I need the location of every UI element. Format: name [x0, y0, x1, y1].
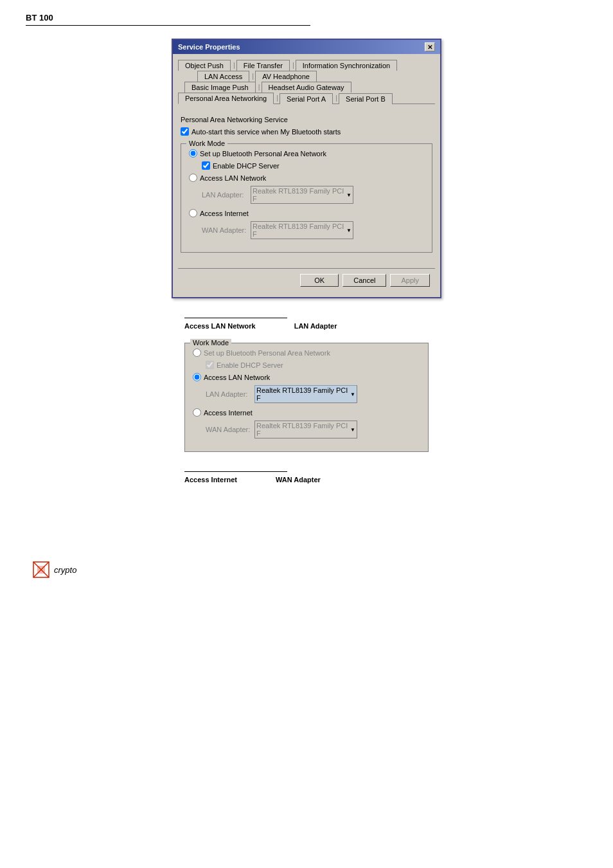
lan-adapter-label: LAN Adapter: — [202, 191, 247, 199]
wan-adapter-2-label: WAN Adapter: — [206, 426, 251, 433]
tab-divider-5: | — [275, 93, 280, 103]
dhcp-row: Enable DHCP Server — [202, 161, 424, 170]
lan-adapter-2-select[interactable]: Realtek RTL8139 Family PCI F ▼ — [254, 385, 357, 403]
svg-rect-3 — [37, 566, 45, 574]
wan-adapter-label: WAN Adapter: — [202, 226, 247, 234]
radio-pan-label: Set up Bluetooth Personal Area Network — [200, 150, 326, 158]
radio-pan[interactable] — [189, 149, 197, 158]
tab-info-sync[interactable]: Information Synchronization — [296, 60, 397, 71]
radio-lan-2-row: Access LAN Network — [193, 373, 420, 381]
work-mode-group: Work Mode Set up Bluetooth Personal Area… — [181, 143, 432, 253]
radio-pan-2-row: Set up Bluetooth Personal Area Network — [193, 348, 420, 357]
radio-lan[interactable] — [189, 174, 197, 182]
section2-text: Access Internet WAN Adapter — [184, 476, 467, 484]
tab-object-push[interactable]: Object Push — [178, 60, 231, 71]
wan-adapter-2-value: Realtek RTL8139 Family PCI F — [256, 422, 350, 437]
tab-file-transfer[interactable]: File Transfer — [236, 60, 290, 71]
close-button[interactable]: ✕ — [425, 42, 435, 51]
section1-line — [184, 318, 287, 318]
wan-adapter-2-row: WAN Adapter: Realtek RTL8139 Family PCI … — [206, 420, 420, 439]
tab-serial-a[interactable]: Serial Port A — [280, 93, 333, 104]
tab-lan-access[interactable]: LAN Access — [197, 71, 249, 82]
lan-adapter-2-row: LAN Adapter: Realtek RTL8139 Family PCI … — [206, 385, 420, 403]
tab-content: Personal Area Networking Service Auto-st… — [178, 111, 435, 263]
dhcp-2-label: Enable DHCP Server — [217, 361, 283, 369]
radio-pan-row: Set up Bluetooth Personal Area Network — [189, 149, 424, 158]
page-title: BT 100 — [26, 13, 310, 26]
logo-text: crypto — [54, 565, 76, 575]
radio-lan-2-label: Access LAN Network — [204, 374, 270, 381]
dhcp-label: Enable DHCP Server — [213, 162, 280, 170]
dialog-body: Object Push | File Transfer | Informatio… — [173, 54, 440, 297]
tab-basic-image-push[interactable]: Basic Image Push — [184, 82, 256, 93]
tab-divider-6: | — [334, 93, 339, 103]
section2-description: Access Internet WAN Adapter — [146, 471, 467, 484]
crypto-logo-icon — [32, 561, 50, 579]
section2-left: Access Internet — [184, 476, 237, 484]
tab-divider-2: | — [291, 60, 296, 70]
radio-internet-2-row: Access Internet — [193, 408, 420, 417]
dhcp-checkbox-2[interactable] — [206, 361, 214, 369]
tabs-row-3: Basic Image Push | Headset Audio Gateway — [178, 81, 435, 92]
section1-right: LAN Adapter — [294, 322, 337, 330]
radio-internet-2-label: Access Internet — [204, 409, 253, 417]
tab-headset-audio[interactable]: Headset Audio Gateway — [262, 82, 351, 93]
radio-internet-label: Access Internet — [200, 210, 249, 217]
work-mode-group-2: Work Mode Set up Bluetooth Personal Area… — [184, 343, 429, 452]
tab-divider-4: | — [257, 82, 262, 92]
radio-internet-2[interactable] — [193, 408, 201, 417]
autostart-label: Auto-start this service when My Bluetoot… — [191, 128, 341, 136]
wan-adapter-2-select[interactable]: Realtek RTL8139 Family PCI F ▼ — [254, 420, 357, 439]
dialog-titlebar: Service Properties ✕ — [173, 40, 440, 54]
radio-lan-row: Access LAN Network — [189, 174, 424, 182]
autostart-checkbox[interactable] — [181, 127, 189, 136]
section2-line — [184, 471, 287, 472]
cancel-button[interactable]: Cancel — [342, 274, 386, 287]
wan-adapter-2-arrow: ▼ — [350, 427, 355, 433]
lan-adapter-2-label: LAN Adapter: — [206, 390, 251, 398]
service-properties-dialog: Service Properties ✕ Object Push | File … — [172, 39, 441, 298]
radio-pan-2-label: Set up Bluetooth Personal Area Network — [204, 349, 330, 357]
tabs-row-2: LAN Access | AV Headphone — [178, 70, 435, 81]
tab-av-headphone[interactable]: AV Headphone — [255, 71, 317, 82]
wan-adapter-row: WAN Adapter: Realtek RTL8139 Family PCI … — [202, 221, 424, 239]
dhcp-2-row: Enable DHCP Server — [206, 361, 420, 369]
lan-adapter-2-value: Realtek RTL8139 Family PCI F — [256, 386, 350, 402]
lan-adapter-arrow: ▼ — [346, 192, 351, 198]
section2-right: WAN Adapter — [276, 476, 321, 484]
radio-lan-label: Access LAN Network — [200, 174, 266, 182]
radio-pan-2[interactable] — [193, 348, 201, 357]
tabs-container: Object Push | File Transfer | Informatio… — [178, 59, 435, 104]
wan-adapter-value: Realtek RTL8139 Family PCI F — [253, 222, 346, 238]
wan-adapter-arrow: ▼ — [346, 228, 351, 233]
tabs-row-4: Personal Area Networking | Serial Port A… — [178, 92, 435, 104]
tab-serial-b[interactable]: Serial Port B — [339, 93, 393, 104]
ok-button[interactable]: OK — [300, 274, 339, 287]
section1-text: Access LAN Network LAN Adapter — [184, 322, 467, 330]
radio-internet[interactable] — [189, 209, 197, 217]
radio-internet-row: Access Internet — [189, 209, 424, 217]
lan-adapter-value: Realtek RTL8139 Family PCI F — [253, 187, 346, 203]
tabs-row-1: Object Push | File Transfer | Informatio… — [178, 59, 435, 70]
section1-description: Access LAN Network LAN Adapter — [146, 318, 467, 330]
logo-area: crypto — [26, 561, 587, 579]
dialog-buttons: OK Cancel Apply — [178, 268, 435, 292]
dhcp-checkbox[interactable] — [202, 161, 210, 170]
autostart-row: Auto-start this service when My Bluetoot… — [181, 127, 432, 136]
work-mode-legend: Work Mode — [186, 140, 227, 147]
lan-adapter-select[interactable]: Realtek RTL8139 Family PCI F ▼ — [251, 186, 353, 204]
dialog-title: Service Properties — [178, 43, 240, 51]
tab-pan[interactable]: Personal Area Networking — [178, 93, 274, 104]
wan-adapter-select[interactable]: Realtek RTL8139 Family PCI F ▼ — [251, 221, 353, 239]
work-mode-legend-2: Work Mode — [190, 339, 231, 347]
tab-divider-1: | — [232, 60, 236, 70]
lan-adapter-2-arrow: ▼ — [350, 392, 355, 397]
apply-button[interactable]: Apply — [390, 274, 430, 287]
tab-divider-3: | — [251, 71, 255, 81]
lan-adapter-row: LAN Adapter: Realtek RTL8139 Family PCI … — [202, 186, 424, 204]
service-title: Personal Area Networking Service — [181, 116, 432, 123]
radio-lan-2[interactable] — [193, 373, 201, 381]
section1-left: Access LAN Network — [184, 322, 256, 330]
